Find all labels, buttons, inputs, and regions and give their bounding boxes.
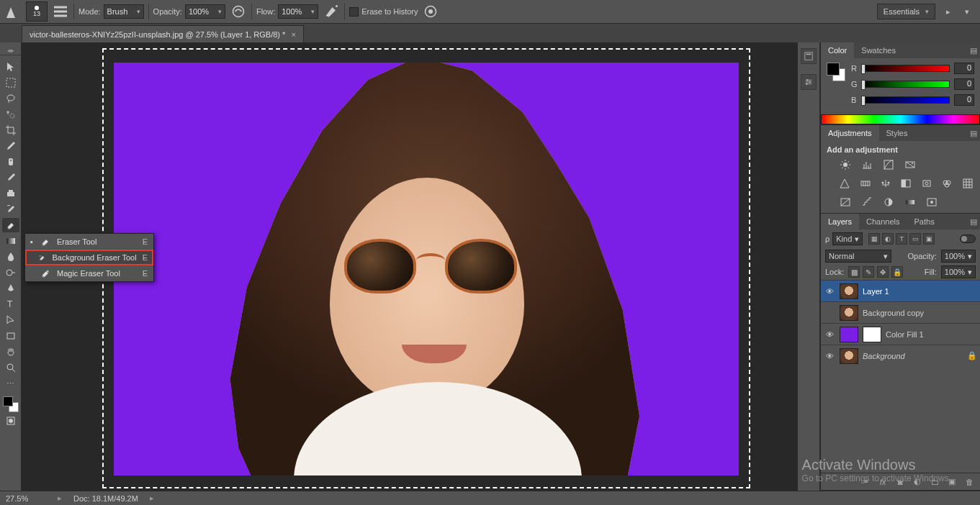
layer-row[interactable]: 👁 Layer 1 <box>821 280 980 301</box>
type-tool[interactable]: T <box>2 297 19 311</box>
erase-history-checkbox[interactable] <box>349 7 359 17</box>
filter-adjust-icon[interactable]: ◐ <box>882 233 894 245</box>
history-brush-tool[interactable] <box>2 202 19 217</box>
r-value[interactable]: 0 <box>954 63 974 74</box>
lock-position-icon[interactable]: ✥ <box>877 266 889 278</box>
history-panel-icon[interactable] <box>801 48 817 64</box>
layer-style-icon[interactable]: fx <box>876 476 889 488</box>
adj-color-balance-icon[interactable] <box>879 177 892 190</box>
filter-toggle[interactable] <box>960 235 976 243</box>
shape-tool[interactable] <box>2 329 19 343</box>
eyedropper-tool[interactable] <box>2 139 19 153</box>
adj-channel-mixer-icon[interactable] <box>940 177 953 190</box>
fg-color-chip[interactable] <box>827 63 840 76</box>
zoom-tool[interactable] <box>2 360 19 375</box>
foreground-background-colors[interactable] <box>3 396 19 412</box>
add-mask-icon[interactable]: ◙ <box>894 476 907 488</box>
adj-vibrance-icon[interactable] <box>838 177 851 190</box>
workspace-menu-2[interactable]: ▾ <box>958 3 976 20</box>
filter-pixel-icon[interactable]: ▦ <box>868 233 880 245</box>
g-value[interactable]: 0 <box>954 78 974 90</box>
adj-brightness-icon[interactable] <box>838 158 853 171</box>
tab-styles[interactable]: Styles <box>879 125 915 141</box>
move-tool[interactable] <box>2 60 19 74</box>
new-layer-icon[interactable]: ▣ <box>945 476 958 488</box>
layer-row[interactable]: 👁 Background 🔒 <box>821 345 980 366</box>
adj-levels-icon[interactable] <box>860 158 874 171</box>
mode-select[interactable]: Brush▾ <box>104 4 144 19</box>
filter-kind-select[interactable]: Kind▾ <box>832 232 863 245</box>
brush-preset-picker[interactable]: 13 <box>26 1 48 22</box>
flyout-magic-eraser-tool[interactable]: Magic Eraser Tool E <box>25 265 153 281</box>
slider-thumb[interactable] <box>861 96 866 106</box>
panel-menu-icon[interactable]: ▤ <box>967 129 980 138</box>
link-layers-icon[interactable]: ⚭ <box>859 476 872 488</box>
layer-row[interactable]: Background copy <box>821 301 980 323</box>
document-tab[interactable]: victor-ballesteros-XNIYz25pzII-unsplash.… <box>22 25 304 42</box>
workspace-switcher[interactable]: Essentials ▾ <box>877 4 935 19</box>
visibility-toggle[interactable]: 👁 <box>824 330 835 339</box>
layer-thumbnail[interactable] <box>840 283 858 299</box>
adj-photo-filter-icon[interactable] <box>920 177 933 190</box>
blur-tool[interactable] <box>2 250 19 264</box>
gradient-tool[interactable] <box>2 234 19 248</box>
flow-input[interactable]: 100%▾ <box>278 4 318 19</box>
filter-type-icon[interactable]: T <box>896 233 907 245</box>
tab-layers[interactable]: Layers <box>821 214 859 229</box>
doc-info-menu-icon[interactable]: ▸ <box>150 493 154 503</box>
lock-all-icon[interactable]: 🔒 <box>891 266 903 278</box>
panel-menu-icon[interactable]: ▤ <box>967 46 980 55</box>
tools-collapse[interactable]: ◂▸ <box>0 47 21 55</box>
adj-bw-icon[interactable] <box>899 177 912 190</box>
zoom-level[interactable]: 27.5% <box>6 494 46 503</box>
new-fill-adjustment-icon[interactable]: ◐ <box>911 476 924 488</box>
crop-tool[interactable] <box>2 123 19 137</box>
lock-pixels-icon[interactable]: ✎ <box>863 266 874 278</box>
tab-paths[interactable]: Paths <box>907 214 942 229</box>
marquee-tool[interactable] <box>2 76 19 90</box>
layer-row[interactable]: 👁 Color Fill 1 <box>821 323 980 345</box>
layer-thumbnail[interactable] <box>840 305 858 321</box>
slider-thumb[interactable] <box>861 64 866 74</box>
slider-thumb[interactable] <box>861 80 866 90</box>
tool-preset-picker[interactable] <box>4 3 22 20</box>
b-value[interactable]: 0 <box>954 94 974 106</box>
b-slider[interactable] <box>863 96 950 104</box>
foreground-color-swatch[interactable] <box>3 396 13 406</box>
adj-exposure-icon[interactable] <box>903 158 917 171</box>
workspace-menu-1[interactable]: ▸ <box>940 3 957 20</box>
layer-thumbnail[interactable] <box>840 327 858 342</box>
g-slider[interactable] <box>863 81 950 88</box>
blend-mode-select[interactable]: Normal▾ <box>825 250 891 263</box>
quick-mask-toggle[interactable] <box>2 414 19 428</box>
adj-selective-color-icon[interactable] <box>925 196 939 209</box>
filter-shape-icon[interactable]: ▭ <box>909 233 921 245</box>
brush-tool[interactable] <box>2 170 19 185</box>
adj-hue-icon[interactable] <box>858 177 871 190</box>
adj-curves-icon[interactable] <box>881 158 896 171</box>
adj-posterize-icon[interactable] <box>860 196 874 209</box>
tab-channels[interactable]: Channels <box>859 214 907 229</box>
filter-smart-icon[interactable]: ▣ <box>923 233 935 245</box>
pen-tool[interactable] <box>2 281 19 296</box>
pressure-opacity-toggle[interactable] <box>230 3 247 20</box>
layer-name[interactable]: Layer 1 <box>863 287 889 296</box>
opacity-input[interactable]: 100%▾ <box>185 4 225 19</box>
brush-panel-toggle[interactable] <box>52 3 69 20</box>
layer-name[interactable]: Background <box>863 352 905 360</box>
panel-menu-icon[interactable]: ▤ <box>967 217 980 227</box>
layer-thumbnail[interactable] <box>840 348 858 364</box>
close-icon[interactable]: × <box>291 30 295 39</box>
layer-name[interactable]: Background copy <box>863 309 924 317</box>
flyout-background-eraser-tool[interactable]: Background Eraser Tool E <box>25 250 153 265</box>
delete-layer-icon[interactable]: 🗑 <box>963 476 976 488</box>
tab-swatches[interactable]: Swatches <box>854 42 903 58</box>
adj-color-lookup-icon[interactable] <box>961 177 974 190</box>
airbrush-toggle[interactable] <box>323 3 340 20</box>
color-fgbg-swatch[interactable] <box>827 63 845 81</box>
flyout-eraser-tool[interactable]: ▪ Eraser Tool E <box>25 234 153 250</box>
edit-toolbar[interactable]: ⋯ <box>2 376 19 391</box>
layer-opacity-input[interactable]: 100%▾ <box>941 250 976 263</box>
pressure-size-toggle[interactable] <box>422 3 439 20</box>
clone-stamp-tool[interactable] <box>2 186 19 201</box>
